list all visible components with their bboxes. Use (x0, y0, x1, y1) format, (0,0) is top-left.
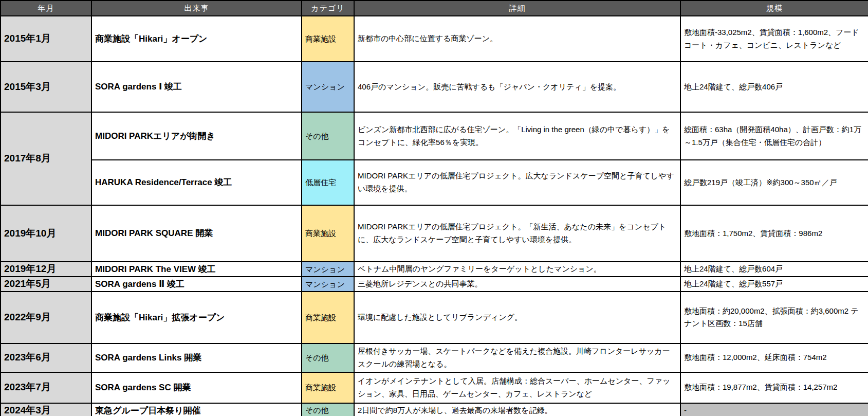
category-cell: その他 (302, 112, 354, 160)
category-cell: マンション (302, 277, 354, 292)
table-row: 2023年7月 SORA gardens SC 開業 商業施設 イオンがメインテ… (1, 372, 868, 403)
event-cell: MIDORI PARK SQUARE 開業 (91, 205, 302, 262)
category-cell: 商業施設 (302, 372, 354, 403)
table-row: 2017年8月 MIDORI PARKエリアが街開き その他 ビンズン新都市北西… (1, 112, 868, 160)
detail-cell: ビンズン新都市北西部に広がる住宅ゾーン。「Living in the green… (354, 112, 680, 160)
table-row: HARUKA Residence/Terrace 竣工 低層住宅 MIDORI … (1, 160, 868, 205)
scale-cell-empty: - (680, 403, 868, 416)
event-cell: SORA gardens Ⅰ 竣工 (91, 62, 302, 112)
event-cell: 東急グループ日本祭り開催 (91, 403, 302, 416)
detail-cell: MIDORI PARKエリアの低層住宅プロジェクト。広大なランドスケープ空間と子… (354, 160, 680, 205)
scale-cell: 敷地面積-33,025m2、賃貸面積：1,600m2、フードコート・カフェ、コン… (680, 16, 868, 62)
scale-cell: 総面積：63ha（開発面積40ha）、計画戸数：約1万～1.5万戸（集合住宅・低… (680, 112, 868, 160)
detail-cell: 屋根付きサッカー場、スケートパークなどを備えた複合施設。川崎フロンターレサッカー… (354, 343, 680, 372)
event-cell: MIDORI PARKエリアが街開き (91, 112, 302, 160)
col-header-date: 年月 (1, 1, 91, 16)
scale-cell: 地上24階建て、総戸数406戸 (680, 62, 868, 112)
detail-cell: イオンがメインテナントとして入居。店舗構成：総合スーパー、ホームセンター、ファッ… (354, 372, 680, 403)
category-cell: その他 (302, 403, 354, 416)
event-cell: SORA gardens Ⅱ 竣工 (91, 277, 302, 292)
date-cell: 2024年3月 (1, 403, 91, 416)
detail-cell: 406戸のマンション。販売に苦戦するも「ジャパン・クオリティ」を提案。 (354, 62, 680, 112)
category-cell: 商業施設 (302, 16, 354, 62)
table-row: 2015年3月 SORA gardens Ⅰ 竣工 マンション 406戸のマンシ… (1, 62, 868, 112)
date-cell: 2021年5月 (1, 277, 91, 292)
date-cell: 2023年7月 (1, 372, 91, 403)
event-cell: SORA gardens SC 開業 (91, 372, 302, 403)
category-cell: 低層住宅 (302, 160, 354, 205)
timeline-table: 年月 出来事 カテゴリ 詳細 規模 2015年1月 商業施設「Hikari」オー… (0, 0, 868, 416)
timeline-sheet: 年月 出来事 カテゴリ 詳細 規模 2015年1月 商業施設「Hikari」オー… (0, 0, 868, 416)
col-header-event: 出来事 (91, 1, 302, 16)
date-cell: 2019年10月 (1, 205, 91, 262)
table-row: 2023年6月 SORA gardens Links 開業 その他 屋根付きサッ… (1, 343, 868, 372)
category-cell: マンション (302, 62, 354, 112)
detail-cell: 2日間で約8万人が来場し、過去最高の来場者数を記録。 (354, 403, 680, 416)
date-cell: 2015年3月 (1, 62, 91, 112)
detail-cell: ベトナム中間層のヤングファミリーをターゲットとしたマンション。 (354, 262, 680, 277)
detail-cell: 新都市の中心部に位置する商業ゾーン。 (354, 16, 680, 62)
date-cell: 2019年12月 (1, 262, 91, 277)
scale-cell: 地上24階建て、総戸数604戸 (680, 262, 868, 277)
col-header-scale: 規模 (680, 1, 868, 16)
category-cell: その他 (302, 343, 354, 372)
table-row: 2021年5月 SORA gardens Ⅱ 竣工 マンション 三菱地所レジデン… (1, 277, 868, 292)
table-row: 2019年10月 MIDORI PARK SQUARE 開業 商業施設 MIDO… (1, 205, 868, 262)
event-cell: 商業施設「Hikari」拡張オープン (91, 292, 302, 343)
scale-cell: 敷地面積：約20,000m2、拡張面積：約3,600m2 テナント区画数：15店… (680, 292, 868, 343)
col-header-category: カテゴリ (302, 1, 354, 16)
event-cell: MIDORI PARK The VIEW 竣工 (91, 262, 302, 277)
detail-cell: MIDORI PARKエリアの低層住宅プロジェクト。「新生活、あなたの未来」をコ… (354, 205, 680, 262)
category-cell: 商業施設 (302, 205, 354, 262)
table-row: 2015年1月 商業施設「Hikari」オープン 商業施設 新都市の中心部に位置… (1, 16, 868, 62)
detail-cell: 三菱地所レジデンスとの共同事業。 (354, 277, 680, 292)
event-cell: 商業施設「Hikari」オープン (91, 16, 302, 62)
table-row: 2024年3月 東急グループ日本祭り開催 その他 2日間で約8万人が来場し、過去… (1, 403, 868, 416)
table-row: 2022年9月 商業施設「Hikari」拡張オープン 商業施設 環境に配慮した施… (1, 292, 868, 343)
date-cell-merged: 2017年8月 (1, 112, 91, 205)
date-cell: 2015年1月 (1, 16, 91, 62)
detail-cell: 環境に配慮した施設としてリブランディング。 (354, 292, 680, 343)
scale-cell: 総戸数219戸（竣工済）※約300～350㎡／戸 (680, 160, 868, 205)
table-row: 2019年12月 MIDORI PARK The VIEW 竣工 マンション ベ… (1, 262, 868, 277)
event-cell: HARUKA Residence/Terrace 竣工 (91, 160, 302, 205)
scale-cell: 地上24階建て、総戸数557戸 (680, 277, 868, 292)
category-cell: 商業施設 (302, 292, 354, 343)
date-cell: 2023年6月 (1, 343, 91, 372)
scale-cell: 敷地面積：19,877m2、賃貸面積：14,257m2 (680, 372, 868, 403)
col-header-detail: 詳細 (354, 1, 680, 16)
scale-cell: 敷地面積：1,750m2、賃貸面積：986m2 (680, 205, 868, 262)
scale-cell: 敷地面積：12,000m2、延床面積：754m2 (680, 343, 868, 372)
date-cell: 2022年9月 (1, 292, 91, 343)
header-row: 年月 出来事 カテゴリ 詳細 規模 (1, 1, 868, 16)
category-cell: マンション (302, 262, 354, 277)
event-cell: SORA gardens Links 開業 (91, 343, 302, 372)
